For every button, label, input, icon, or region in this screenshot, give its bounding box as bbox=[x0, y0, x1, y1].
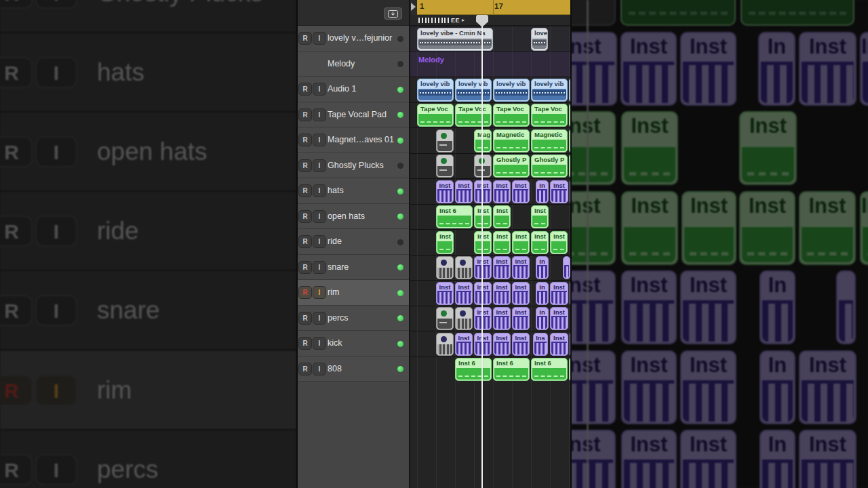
track-status-dot[interactable] bbox=[397, 214, 403, 220]
midi-region-purple[interactable]: Inst bbox=[550, 333, 568, 356]
record-arm-button[interactable]: R bbox=[298, 286, 312, 299]
midi-region-purple[interactable]: In bbox=[536, 256, 549, 279]
midi-region-purple[interactable]: Inst bbox=[474, 282, 492, 305]
midi-region-green[interactable]: Inst bbox=[436, 231, 454, 254]
midi-region-purple[interactable]: Inst bbox=[493, 307, 511, 330]
midi-region-green[interactable]: Tape Voc bbox=[531, 104, 568, 127]
record-arm-button[interactable]: R bbox=[298, 159, 312, 172]
midi-region-purple[interactable]: Inst bbox=[550, 180, 568, 203]
input-monitor-button[interactable]: I bbox=[313, 210, 326, 223]
midi-region-purple[interactable]: Inst bbox=[493, 333, 511, 356]
midi-region-purple[interactable]: Inst bbox=[474, 333, 492, 356]
playhead-line[interactable] bbox=[481, 16, 483, 488]
midi-region-green[interactable]: Inst bbox=[493, 231, 511, 254]
midi-region-green[interactable]: Tape Voc bbox=[493, 104, 530, 127]
muted-region[interactable] bbox=[436, 256, 454, 279]
midi-region-green[interactable]: Inst 6 bbox=[436, 205, 473, 228]
midi-region-green[interactable]: Mag bbox=[474, 129, 492, 152]
track-list-divider[interactable] bbox=[409, 0, 410, 488]
track-row-melody[interactable]: Melody bbox=[298, 52, 409, 77]
audio-region[interactable]: lovely vib bbox=[493, 79, 530, 102]
bar-ruler[interactable]: 1 17 bbox=[410, 0, 572, 15]
track-row-lovely-v-fejunior[interactable]: RIlovely v…fejunior bbox=[298, 26, 409, 52]
midi-region-purple[interactable]: Inst bbox=[455, 333, 473, 356]
track-status-dot[interactable] bbox=[397, 61, 403, 67]
midi-region-green[interactable]: Magnetic bbox=[493, 129, 530, 152]
track-row-snare[interactable]: RIsnare bbox=[298, 255, 409, 281]
record-arm-button[interactable]: R bbox=[298, 261, 312, 274]
midi-region-purple[interactable]: Inst bbox=[493, 256, 511, 279]
muted-region[interactable] bbox=[436, 307, 454, 330]
midi-region-purple[interactable]: Inst bbox=[493, 180, 511, 203]
input-monitor-button[interactable]: I bbox=[313, 261, 326, 274]
midi-region-green[interactable]: Inst bbox=[493, 205, 511, 228]
track-status-dot[interactable] bbox=[397, 163, 403, 169]
midi-region-purple[interactable]: Inst bbox=[474, 256, 492, 279]
record-arm-button[interactable]: R bbox=[298, 134, 312, 146]
muted-region[interactable] bbox=[436, 333, 454, 356]
track-status-dot[interactable] bbox=[397, 138, 403, 144]
track-status-dot[interactable] bbox=[397, 290, 403, 296]
track-row-kick[interactable]: RIkick bbox=[298, 331, 409, 357]
muted-region[interactable] bbox=[455, 256, 473, 279]
ruler-overview-strip[interactable]: EE ▸ bbox=[410, 15, 572, 26]
muted-region[interactable] bbox=[474, 155, 492, 178]
midi-region-green[interactable]: Ghostly P bbox=[493, 155, 530, 178]
input-monitor-button[interactable]: I bbox=[313, 134, 326, 146]
record-arm-button[interactable]: R bbox=[298, 108, 312, 121]
midi-region-green[interactable]: Inst bbox=[550, 231, 568, 254]
midi-region-purple[interactable]: Inst bbox=[455, 180, 473, 203]
midi-region-purple[interactable]: Ins bbox=[533, 333, 548, 356]
track-row-ride[interactable]: RIride bbox=[298, 229, 409, 255]
record-arm-button[interactable]: R bbox=[298, 184, 312, 197]
audio-region[interactable]: lovely vib bbox=[531, 79, 568, 102]
midi-region-purple[interactable]: Inst bbox=[512, 180, 530, 203]
midi-region-purple[interactable]: Inst bbox=[512, 256, 530, 279]
muted-region[interactable] bbox=[436, 129, 454, 152]
track-status-dot[interactable] bbox=[397, 264, 403, 270]
record-arm-button[interactable]: R bbox=[298, 312, 312, 325]
input-monitor-button[interactable]: I bbox=[313, 337, 326, 350]
record-arm-button[interactable]: R bbox=[298, 32, 312, 45]
audio-region[interactable]: lovely vib bbox=[417, 79, 454, 102]
track-row-808[interactable]: RI808 bbox=[298, 357, 409, 382]
track-row-rim[interactable]: RIrim bbox=[298, 280, 409, 306]
midi-region-purple[interactable]: Inst bbox=[512, 333, 530, 356]
midi-region-purple[interactable]: Inst bbox=[455, 282, 473, 305]
input-monitor-button[interactable]: I bbox=[313, 108, 326, 121]
midi-region-green[interactable]: Magnetic bbox=[531, 129, 568, 152]
midi-region-purple[interactable]: In bbox=[536, 282, 549, 305]
midi-region-purple[interactable]: Inst bbox=[550, 282, 568, 305]
track-row-magnet-aves-01[interactable]: RIMagnet…aves 01 bbox=[298, 127, 409, 153]
muted-region[interactable] bbox=[436, 155, 454, 178]
midi-region-green[interactable]: Inst 6 bbox=[455, 358, 492, 381]
track-status-dot[interactable] bbox=[397, 36, 403, 42]
track-status-dot[interactable] bbox=[397, 239, 403, 245]
track-status-dot[interactable] bbox=[397, 366, 403, 372]
track-status-dot[interactable] bbox=[397, 188, 403, 195]
midi-region-green[interactable]: Tape Voc bbox=[417, 104, 454, 127]
midi-region-purple[interactable]: Inst bbox=[493, 282, 511, 305]
audio-region[interactable]: love bbox=[531, 28, 548, 51]
track-status-dot[interactable] bbox=[397, 341, 403, 347]
input-monitor-button[interactable]: I bbox=[313, 159, 326, 172]
midi-region-purple[interactable]: Inst bbox=[512, 282, 530, 305]
midi-region-purple[interactable]: Inst bbox=[512, 307, 530, 330]
midi-region-green[interactable]: Inst 6 bbox=[531, 358, 568, 381]
midi-region-purple[interactable]: Inst bbox=[436, 282, 454, 305]
input-monitor-button[interactable]: I bbox=[313, 83, 326, 96]
cycle-range-bar[interactable]: 1 17 bbox=[417, 0, 572, 15]
midi-region-purple[interactable]: In bbox=[536, 307, 549, 330]
input-monitor-button[interactable]: I bbox=[313, 363, 326, 375]
midi-region-green[interactable]: Inst bbox=[512, 231, 530, 254]
record-arm-button[interactable]: R bbox=[298, 337, 312, 350]
midi-region-green[interactable]: Inst bbox=[531, 231, 549, 254]
midi-region-purple[interactable]: Inst bbox=[474, 180, 492, 203]
audio-region[interactable]: lovely vib bbox=[455, 79, 492, 102]
input-monitor-button[interactable]: I bbox=[313, 235, 326, 248]
midi-region-green[interactable]: Ghostly P bbox=[531, 155, 568, 178]
record-arm-button[interactable]: R bbox=[298, 363, 312, 375]
midi-region-purple[interactable]: In bbox=[536, 180, 549, 203]
track-row-hats[interactable]: RIhats bbox=[298, 178, 409, 204]
midi-region-green[interactable]: Inst 6 bbox=[493, 358, 530, 381]
